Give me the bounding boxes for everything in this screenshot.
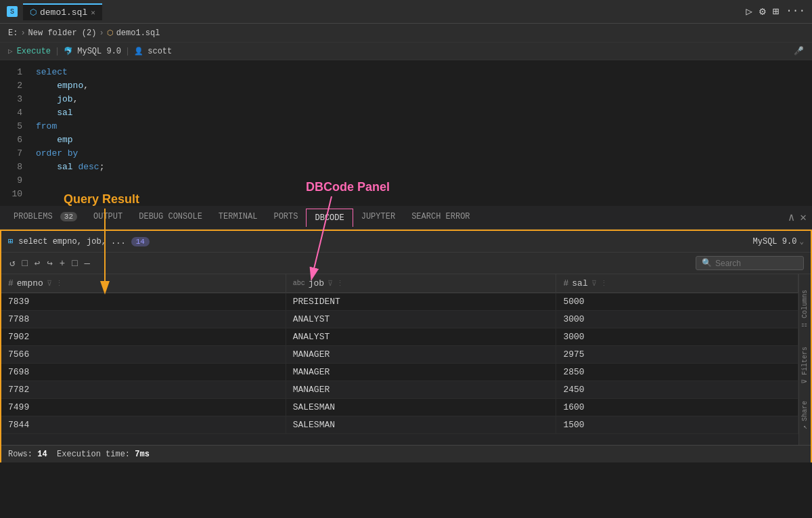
col-header-sal: # sal ⊽ ⋮ bbox=[556, 274, 798, 293]
connection-selector[interactable]: MySQL 9.0 ⌄ bbox=[753, 237, 804, 246]
panel-collapse-icon[interactable]: ∧ bbox=[788, 211, 795, 224]
filter-icon-empno[interactable]: ⊽ bbox=[47, 279, 52, 288]
breadcrumb-sep1: › bbox=[20, 28, 25, 38]
share-panel-icon[interactable]: ↗ Share bbox=[801, 401, 809, 429]
chevron-down-icon: ⌄ bbox=[799, 237, 804, 246]
separator2: | bbox=[125, 47, 130, 56]
cell-sal: 2850 bbox=[556, 364, 798, 381]
layout-icon[interactable]: ⊞ bbox=[773, 5, 780, 18]
sal-type-icon: # bbox=[563, 278, 568, 288]
row-count-badge: 14 bbox=[131, 237, 150, 246]
dbcode-panel: ⊞ select empno, job, ... 14 MySQL 9.0 ⌄ … bbox=[0, 230, 812, 462]
undo-button[interactable]: ↩ bbox=[33, 256, 41, 270]
cell-empno: 7788 bbox=[1, 311, 286, 328]
cell-empno: 7782 bbox=[1, 381, 286, 399]
more-icon[interactable]: ··· bbox=[786, 5, 805, 18]
cell-job: SALESMAN bbox=[286, 416, 556, 434]
table-row: 7844SALESMAN1500 bbox=[1, 416, 798, 434]
app-icon: S bbox=[7, 6, 18, 17]
user-label: scott bbox=[148, 47, 172, 56]
file-type-icon: ⬡ bbox=[107, 28, 114, 37]
rows-value: 14 bbox=[37, 450, 47, 459]
cell-sal: 1500 bbox=[556, 416, 798, 434]
search-input[interactable] bbox=[715, 259, 796, 268]
dbcode-toolbar: ↺ □ ↩ ↪ + □ — 🔍 bbox=[1, 253, 811, 274]
mysql-version: MySQL 9.0 bbox=[77, 47, 121, 56]
tab-terminal[interactable]: TERMINAL bbox=[210, 208, 266, 227]
sal-label: sal bbox=[572, 278, 587, 288]
col-header-job: abc job ⊽ ⋮ bbox=[286, 274, 556, 293]
filter-icon-job[interactable]: ⊽ bbox=[328, 279, 333, 288]
mic-icon[interactable]: 🎤 bbox=[794, 46, 804, 56]
copy-button[interactable]: □ bbox=[20, 257, 28, 270]
breadcrumb: E: › New folder (2) › ⬡ demo1.sql bbox=[0, 24, 812, 43]
cell-job: MANAGER bbox=[286, 381, 556, 399]
cell-empno: 7566 bbox=[1, 346, 286, 364]
search-box[interactable]: 🔍 bbox=[696, 256, 804, 270]
execute-button[interactable]: Execute bbox=[17, 47, 51, 56]
more-icon-job[interactable]: ⋮ bbox=[336, 279, 344, 288]
settings-icon[interactable]: ⚙ bbox=[759, 5, 766, 18]
play-icon: ▷ bbox=[8, 47, 13, 56]
breadcrumb-drive[interactable]: E: bbox=[8, 28, 18, 38]
run-icon[interactable]: ▷ bbox=[746, 5, 752, 18]
user-icon: 👤 bbox=[134, 47, 143, 56]
breadcrumb-folder[interactable]: New folder (2) bbox=[28, 28, 97, 38]
redo-button[interactable]: ↪ bbox=[45, 256, 53, 270]
refresh-button[interactable]: ↺ bbox=[8, 256, 16, 270]
tab-debug-console[interactable]: DEBUG CONSOLE bbox=[131, 208, 210, 227]
job-label: job bbox=[309, 278, 324, 288]
separator: | bbox=[55, 47, 60, 56]
mysql-icon: 🐬 bbox=[64, 47, 73, 56]
tab-search-error[interactable]: SEARCH ERROR bbox=[403, 208, 478, 227]
table-row: 7499SALESMAN1600 bbox=[1, 399, 798, 416]
remove-button[interactable]: — bbox=[83, 257, 91, 270]
dbcode-content: ⊞ select empno, job, ... 14 MySQL 9.0 ⌄ … bbox=[1, 231, 811, 461]
cell-job: MANAGER bbox=[286, 364, 556, 381]
search-icon: 🔍 bbox=[702, 258, 712, 268]
breadcrumb-file[interactable]: demo1.sql bbox=[116, 28, 160, 38]
filters-panel-icon[interactable]: ⊽ Filters bbox=[801, 347, 809, 384]
columns-panel-icon[interactable]: ⚏ Columns bbox=[801, 290, 809, 330]
table-row: 7698MANAGER2850 bbox=[1, 364, 798, 381]
tab-problems[interactable]: PROBLEMS 32 bbox=[5, 208, 85, 227]
exec-label: Execution time: bbox=[57, 450, 130, 459]
tab-dbcode[interactable]: DBCODE bbox=[306, 209, 353, 227]
empno-type-icon: # bbox=[8, 278, 14, 288]
filter-icon-sal[interactable]: ⊽ bbox=[591, 279, 597, 288]
connection-label: MySQL 9.0 bbox=[753, 237, 797, 246]
cell-sal: 3000 bbox=[556, 311, 798, 328]
tab-output[interactable]: OUTPUT bbox=[85, 208, 131, 227]
cell-job: ANALYST bbox=[286, 311, 556, 328]
cell-sal: 2975 bbox=[556, 346, 798, 364]
tab-ports[interactable]: PORTS bbox=[265, 208, 306, 227]
table-row: 7839PRESIDENT5000 bbox=[1, 293, 798, 311]
tab-jupyter[interactable]: JUPYTER bbox=[353, 208, 403, 227]
table-container: # empno ⊽ ⋮ abc job ⊽ bbox=[1, 274, 811, 445]
paste-button[interactable]: □ bbox=[70, 257, 78, 270]
panel-close-icon[interactable]: ✕ bbox=[800, 211, 807, 224]
table-body: 7839PRESIDENT50007788ANALYST30007902ANAL… bbox=[1, 293, 798, 434]
line-numbers: 12345 678910 bbox=[0, 60, 30, 206]
tab-close-icon[interactable]: ✕ bbox=[91, 8, 95, 17]
more-icon-sal[interactable]: ⋮ bbox=[600, 279, 608, 288]
code-editor[interactable]: select empno, job, sal from emp order by… bbox=[30, 60, 812, 206]
cell-empno: 7499 bbox=[1, 399, 286, 416]
result-table: # empno ⊽ ⋮ abc job ⊽ bbox=[1, 274, 798, 434]
editor-area[interactable]: 12345 678910 select empno, job, sal from… bbox=[0, 60, 812, 206]
file-tab[interactable]: ⬡ demo1.sql ✕ bbox=[23, 3, 102, 20]
col-header-empno: # empno ⊽ ⋮ bbox=[1, 274, 286, 293]
cell-job: SALESMAN bbox=[286, 399, 556, 416]
cell-job: ANALYST bbox=[286, 328, 556, 346]
empno-label: empno bbox=[17, 278, 43, 288]
right-sidebar: ⚏ Columns ⊽ Filters ↗ Share bbox=[798, 274, 811, 445]
rows-label: Rows: bbox=[8, 450, 32, 459]
more-icon-empno[interactable]: ⋮ bbox=[55, 279, 63, 288]
cell-sal: 1600 bbox=[556, 399, 798, 416]
exec-value: 7ms bbox=[135, 450, 150, 459]
file-icon: ⬡ bbox=[30, 7, 37, 18]
add-button[interactable]: + bbox=[58, 257, 66, 270]
result-table-scroll[interactable]: # empno ⊽ ⋮ abc job ⊽ bbox=[1, 274, 798, 445]
cell-empno: 7844 bbox=[1, 416, 286, 434]
execute-bar: ▷ Execute | 🐬 MySQL 9.0 | 👤 scott 🎤 bbox=[0, 43, 812, 60]
